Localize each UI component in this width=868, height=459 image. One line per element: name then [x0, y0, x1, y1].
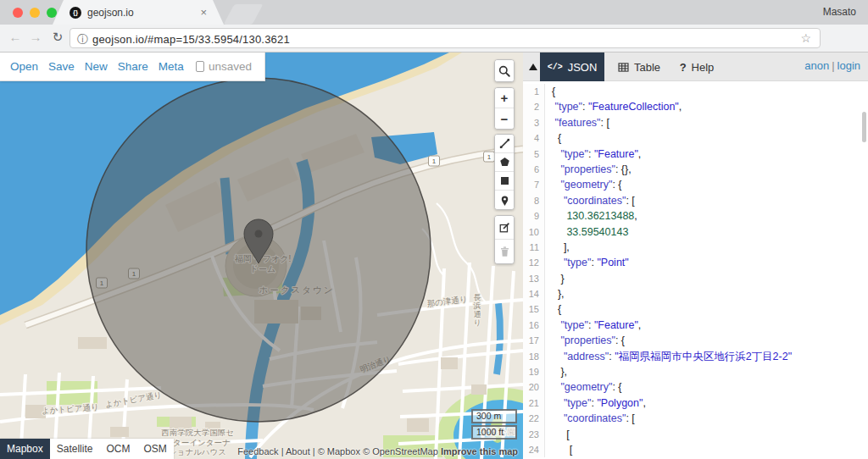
editor-line[interactable]: 7 "geometry": { [523, 177, 868, 192]
search-icon[interactable] [495, 60, 514, 81]
line-number: 13 [523, 271, 545, 286]
toolbar-link-meta[interactable]: Meta [159, 60, 184, 73]
delete-icon[interactable] [495, 240, 514, 263]
line-code: 33.59540143 [545, 224, 628, 240]
line-number: 19 [523, 364, 545, 379]
new-tab-button[interactable] [224, 4, 264, 25]
window-zoom-button[interactable] [47, 8, 57, 18]
tab-label: Help [692, 61, 715, 74]
login-link[interactable]: login [837, 59, 860, 72]
editor-line[interactable]: 16 "type": "Feature", [523, 318, 868, 333]
editor-line[interactable]: 5 "type": "Feature", [523, 147, 868, 162]
tab-json[interactable]: </>JSON [540, 53, 604, 81]
tab-close-icon[interactable]: × [200, 6, 207, 19]
panel-tab-bar: </>JSONTable?Help anon|login [523, 53, 868, 81]
toolbar-link-save[interactable]: Save [48, 60, 75, 73]
line-code: "coordinates": [ [545, 411, 635, 426]
editor-line[interactable]: 2 "type": "FeatureCollection", [523, 99, 868, 114]
editor-line[interactable]: 22 "coordinates": [ [523, 411, 868, 426]
zoom-in-icon[interactable]: + [495, 88, 514, 108]
draw-line-icon[interactable] [495, 135, 514, 153]
page-info-icon[interactable]: ⓘ [77, 32, 88, 47]
route-shield: 1 [484, 152, 495, 162]
line-number: 3 [523, 115, 545, 130]
back-icon[interactable]: ← [7, 30, 24, 44]
editor-line[interactable]: 4 { [523, 130, 868, 146]
panel-collapse-icon[interactable] [529, 64, 537, 70]
scale-metric: 300 m [471, 409, 517, 423]
geojson-favicon: {} [70, 7, 81, 19]
address-bar[interactable]: ⓘ geojson.io/#map=15/33.5954/130.3621 ☆ [70, 28, 821, 48]
reload-icon[interactable]: ↻ [49, 30, 66, 45]
browser-toolbar: ← → ↻ ⓘ geojson.io/#map=15/33.5954/130.3… [0, 25, 868, 53]
draw-marker-icon[interactable] [495, 191, 514, 209]
table-icon [618, 63, 629, 72]
map-canvas[interactable]: 福岡 ヤフオク!ドームホークスタウンよかトピア通りよかトピア通り那の津通り長浜通… [0, 53, 523, 459]
editor-line[interactable]: 8 "coordinates": [ [523, 193, 868, 208]
editor-line[interactable]: 11 ], [523, 240, 868, 255]
window-close-button[interactable] [13, 8, 23, 18]
line-code: { [545, 130, 561, 146]
line-code: "type": "Point" [545, 255, 629, 270]
map-scale: 300 m 1000 ft [471, 409, 517, 440]
layer-button-ocm[interactable]: OCM [99, 439, 136, 459]
anon-link[interactable]: anon [804, 59, 829, 72]
editor-line[interactable]: 13 } [523, 271, 868, 286]
tab-label: JSON [568, 61, 598, 74]
editor-line[interactable]: 14 }, [523, 286, 868, 301]
attribution-about-link[interactable]: About [286, 446, 310, 456]
zoom-out-icon[interactable]: − [495, 108, 514, 129]
editor-line[interactable]: 10 33.59540143 [523, 224, 868, 240]
editor-line[interactable]: 18 "address": "福岡県福岡市中央区地行浜2丁目2-2" [523, 349, 868, 364]
layer-button-satellite[interactable]: Satellite [50, 439, 100, 459]
line-number: 2 [523, 99, 545, 114]
editor-line[interactable]: 15 { [523, 301, 868, 317]
editor-line[interactable]: 9 130.36213488, [523, 208, 868, 224]
chrome-profile-name[interactable]: Masato [823, 6, 856, 18]
svg-text:1: 1 [487, 153, 492, 161]
browser-tab[interactable]: {} geojson.io × [53, 0, 224, 25]
draw-polygon-icon[interactable] [495, 153, 514, 172]
edit-icon[interactable] [495, 216, 514, 240]
window-minimize-button[interactable] [30, 8, 40, 18]
attribution-feedback-link[interactable]: Feedback [237, 446, 278, 456]
bookmark-star-icon[interactable]: ☆ [800, 31, 811, 45]
save-status: unsaved [196, 60, 252, 73]
toolbar-link-open[interactable]: Open [10, 60, 38, 73]
line-number: 10 [523, 224, 545, 240]
tab-table[interactable]: Table [613, 53, 665, 81]
attribution-mapbox-link[interactable]: © Mapbox [318, 446, 360, 456]
attribution-separator: | [313, 446, 315, 456]
attribution-improve-link[interactable]: Improve this map [441, 446, 518, 456]
tab-help[interactable]: ?Help [674, 53, 720, 81]
unsaved-label: unsaved [209, 60, 252, 73]
map-pane[interactable]: 福岡 ヤフオク!ドームホークスタウンよかトピア通りよかトピア通り那の津通り長浜通… [0, 53, 523, 459]
toolbar-link-new[interactable]: New [85, 60, 108, 73]
editor-line[interactable]: 24 [ [523, 442, 868, 457]
layer-button-osm[interactable]: OSM [136, 439, 173, 459]
editor-line[interactable]: 21 "type": "Polygon", [523, 395, 868, 411]
editor-line[interactable]: 6 "properties": {}, [523, 162, 868, 177]
map-place-label: 長浜通り [473, 293, 481, 327]
map-attribution: Feedback | About | © Mapbox © OpenStreet… [237, 446, 518, 456]
attribution-osm-link[interactable]: © OpenStreetMap [363, 446, 438, 456]
layer-button-mapbox[interactable]: Mapbox [0, 439, 50, 459]
line-number: 12 [523, 255, 545, 270]
editor-line[interactable]: 23 [ [523, 427, 868, 442]
line-number: 21 [523, 395, 545, 411]
url-text[interactable]: geojson.io/#map=15/33.5954/130.3621 [92, 33, 290, 46]
editor-line[interactable]: 17 "properties": { [523, 333, 868, 348]
editor-line[interactable]: 19 }, [523, 364, 868, 379]
toolbar-link-share[interactable]: Share [118, 60, 148, 73]
editor-scrollbar[interactable] [862, 112, 866, 142]
route-shield: 1 [429, 156, 440, 166]
json-editor[interactable]: 1{2 "type": "FeatureCollection",3 "featu… [523, 81, 868, 459]
editor-line[interactable]: 20 "geometry": { [523, 379, 868, 395]
editor-line[interactable]: 12 "type": "Point" [523, 255, 868, 270]
line-code: [ [545, 442, 572, 457]
forward-icon[interactable]: → [27, 30, 44, 44]
editor-line[interactable]: 3 "features": [ [523, 115, 868, 130]
editor-line[interactable]: 1{ [523, 84, 868, 99]
draw-rectangle-icon[interactable] [495, 172, 514, 191]
line-code: }, [545, 364, 567, 379]
